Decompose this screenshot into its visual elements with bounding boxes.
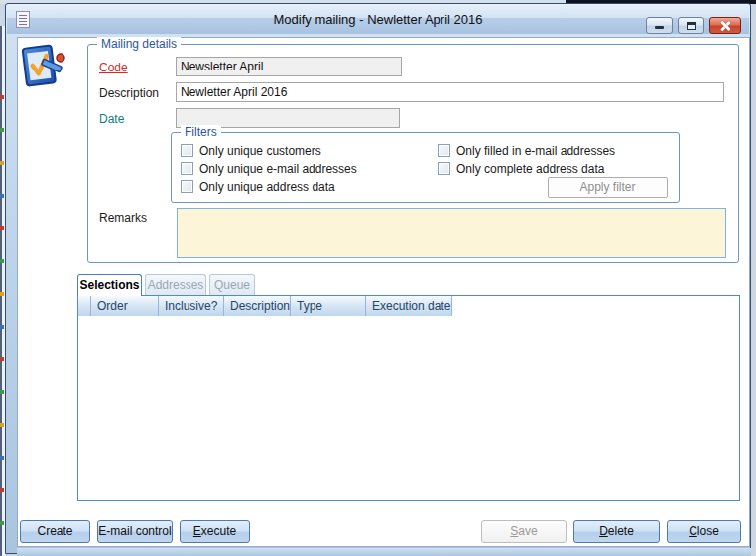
create-button[interactable]: Create xyxy=(20,520,90,543)
minimize-button[interactable] xyxy=(646,17,673,34)
checkbox-label: Only unique address data xyxy=(199,180,335,194)
remarks-field[interactable] xyxy=(177,208,726,258)
tab-selections[interactable]: Selections xyxy=(77,274,142,296)
column-header-inclusive[interactable]: Inclusive? xyxy=(159,296,224,316)
selections-table[interactable]: Order Inclusive? Description Type Execut… xyxy=(77,295,740,501)
checkbox-label: Only filled in e-mail addresses xyxy=(456,144,615,158)
apply-filter-button[interactable]: Apply filter xyxy=(548,177,668,198)
column-header-execution-date[interactable]: Execution date xyxy=(366,296,452,316)
maximize-icon xyxy=(687,22,696,30)
tab-queue[interactable]: Queue xyxy=(209,274,255,295)
checkbox-icon[interactable] xyxy=(181,162,193,175)
email-control-button[interactable]: E-mail control xyxy=(97,520,173,543)
checkbox-label: Only unique customers xyxy=(199,144,321,158)
execute-button[interactable]: Execute xyxy=(180,520,250,543)
filters-group-label: Filters xyxy=(181,125,221,139)
save-button[interactable]: Save xyxy=(481,520,567,543)
checkbox-icon[interactable] xyxy=(438,144,450,157)
checkbox-icon[interactable] xyxy=(181,144,193,157)
titlebar[interactable]: Modify mailing - Newletter April 2016 xyxy=(7,5,749,34)
code-label: Code xyxy=(99,61,128,74)
close-icon xyxy=(719,20,731,32)
dialog-bottom-frame xyxy=(17,548,751,556)
maximize-button[interactable] xyxy=(678,17,704,34)
checkbox-icon[interactable] xyxy=(181,180,193,193)
checkbox-label: Only unique e-mail addresses xyxy=(199,162,357,176)
checkbox-label: Only complete address data xyxy=(456,162,604,176)
column-header-row-selector[interactable] xyxy=(78,296,91,316)
minimize-icon xyxy=(655,26,664,29)
column-header-type[interactable]: Type xyxy=(291,296,366,316)
code-field[interactable]: Newsletter April xyxy=(176,57,402,76)
checkbox-icon[interactable] xyxy=(438,162,450,175)
close-button[interactable]: Close xyxy=(667,520,741,543)
column-header-order[interactable]: Order xyxy=(91,296,159,316)
window-title: Modify mailing - Newletter April 2016 xyxy=(7,12,749,27)
tab-addresses[interactable]: Addresses xyxy=(145,274,206,295)
close-window-button[interactable] xyxy=(709,17,741,34)
delete-button[interactable]: Delete xyxy=(573,520,660,543)
remarks-label: Remarks xyxy=(99,211,147,225)
description-label: Description xyxy=(99,86,159,100)
mailing-task-icon xyxy=(16,42,67,93)
description-field[interactable]: Newletter April 2016 xyxy=(176,82,724,102)
date-label: Date xyxy=(99,112,124,126)
mailing-details-group-label: Mailing details xyxy=(97,37,181,51)
column-header-description[interactable]: Description xyxy=(224,296,291,316)
selections-table-header: Order Inclusive? Description Type Execut… xyxy=(78,296,452,316)
